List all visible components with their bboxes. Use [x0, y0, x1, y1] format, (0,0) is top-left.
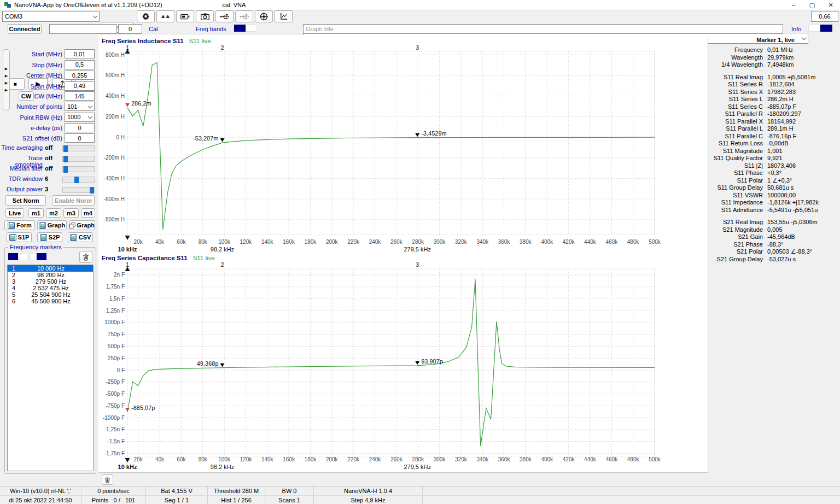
number-of-points-select[interactable]: 101: [65, 102, 95, 111]
delete-markers-button[interactable]: [79, 251, 92, 263]
slider-handle[interactable]: [63, 156, 68, 162]
marker-color-swatch[interactable]: [30, 253, 37, 260]
trace-m2-button[interactable]: m2: [46, 208, 61, 218]
freq-bands-color-swatch-2[interactable]: [246, 25, 257, 32]
marker-value-label: 93,907p: [421, 358, 443, 365]
target-button[interactable]: [255, 10, 273, 22]
trace-m4-button[interactable]: m4: [81, 208, 95, 218]
gear-button[interactable]: [137, 10, 155, 22]
save-icon: [8, 222, 15, 229]
usb-disabled-button[interactable]: [235, 10, 253, 22]
span-mhz-field[interactable]: 0,49: [65, 81, 95, 91]
marker-readout-row: 1/4 Wavelength7,4948km: [711, 61, 840, 69]
minimize-button[interactable]: –: [784, 0, 803, 10]
charts-svg[interactable]: Freq Series Inductance S11S11 live20k40k…: [98, 35, 708, 472]
points-count-field[interactable]: 0: [118, 24, 142, 34]
stop-mhz-label: Stop (MHz): [2, 62, 62, 68]
trace-marker-icon[interactable]: [220, 138, 225, 142]
trace-marker-icon[interactable]: [415, 133, 419, 137]
window-title: NanoVNA-App by OneOfEleven et al v1.1.20…: [14, 2, 162, 8]
marker-readout-row: S11 Series R-1812,604: [711, 81, 840, 89]
trace-marker-icon[interactable]: [125, 103, 130, 107]
save-graph-button[interactable]: Graph: [37, 220, 67, 230]
cw-mhz-field[interactable]: 145: [65, 91, 95, 101]
frequency-marker-item[interactable]: 110 000 Hz: [8, 265, 93, 272]
frequency-marker-item[interactable]: 3279 500 Hz: [8, 278, 93, 285]
slider-handle[interactable]: [90, 187, 94, 194]
span-mhz-label: Span (MHz): [2, 83, 62, 90]
frequency-entry-field[interactable]: [49, 24, 117, 34]
frequency-marker-list[interactable]: 110 000 Hz298 200 Hz3279 500 Hz42 532 47…: [7, 265, 94, 471]
tdr-window-slider[interactable]: [62, 177, 95, 183]
frequency-marker-item[interactable]: 645 500 900 Hz: [8, 298, 93, 304]
center-mhz-field[interactable]: 0,255: [65, 71, 95, 80]
save-s1p-button[interactable]: S1P: [7, 232, 32, 242]
top-marker-number[interactable]: 2: [220, 261, 224, 268]
top-marker-number[interactable]: 3: [416, 44, 419, 51]
info-color-swatch-2[interactable]: [820, 25, 832, 32]
charts-canvas[interactable]: Freq Series Inductance S11S11 live20k40k…: [98, 35, 708, 473]
double-up-button[interactable]: [156, 10, 174, 22]
clear-sweep-button[interactable]: [102, 474, 113, 485]
start-mhz-field[interactable]: 0,01: [65, 49, 95, 58]
save-icon: [9, 234, 16, 241]
e-delay-ps-field[interactable]: 0: [65, 123, 95, 132]
top-marker-number[interactable]: 2: [220, 44, 224, 51]
marker-color-swatch[interactable]: [18, 253, 28, 260]
marker-number: 5: [8, 291, 24, 298]
sweep-marker-bottom-icon[interactable]: [125, 236, 130, 240]
close-button[interactable]: ✕: [821, 0, 840, 10]
x-tick-label: 420k: [563, 456, 575, 462]
trace-marker-icon[interactable]: [125, 408, 130, 412]
trace-smoothing-slider[interactable]: [62, 156, 95, 162]
save-form-button[interactable]: Form: [4, 220, 35, 230]
panel-expander-strip[interactable]: ▶ ▶ ▶ ▶: [3, 49, 10, 110]
com-port-select[interactable]: COM3: [2, 11, 100, 22]
graph-title-input[interactable]: [303, 24, 783, 34]
trace-m3-button[interactable]: m3: [63, 208, 79, 218]
slider-handle[interactable]: [63, 166, 68, 173]
copy-graph-button[interactable]: Graph: [69, 220, 95, 230]
marker-readout-row: S11 Return Loss-0,00dB: [711, 140, 840, 148]
trace-live-button[interactable]: Live: [5, 208, 24, 218]
median-filter-slider[interactable]: [62, 166, 95, 172]
output-power-slider[interactable]: [62, 187, 95, 193]
slider-handle[interactable]: [74, 177, 79, 183]
marker-color-swatch[interactable]: [37, 253, 46, 260]
trace-marker-icon[interactable]: [415, 361, 419, 365]
frequency-marker-item[interactable]: 525 504 900 Hz: [8, 291, 93, 298]
battery-button[interactable]: [176, 10, 194, 22]
freq-series-inductance-s11-chart[interactable]: Freq Series Inductance S11S11 live20k40k…: [102, 38, 661, 253]
x-tick-label: 340k: [476, 456, 489, 462]
s21-offset-db-field[interactable]: 0: [65, 133, 95, 143]
maximize-button[interactable]: ▢: [803, 0, 821, 10]
save-csv-button[interactable]: CSV: [68, 232, 93, 242]
trace-marker-icon[interactable]: [220, 364, 225, 367]
camera-button[interactable]: [196, 10, 214, 22]
point-rbw-hz-select[interactable]: 1000: [65, 113, 95, 122]
time-averaging-slider[interactable]: [62, 145, 95, 151]
freq-bands-color-swatch[interactable]: [234, 25, 246, 32]
x-tick-label: 240k: [369, 239, 382, 245]
freq-series-capacitance-s11-chart[interactable]: Freq Series Capacitance S11S11 live20k40…: [102, 255, 661, 470]
slider-handle[interactable]: [63, 145, 68, 152]
sweep-marker-bottom-icon[interactable]: [125, 458, 130, 462]
scale-value-field[interactable]: 0,66: [811, 11, 838, 22]
frequency-marker-item[interactable]: 298 200 Hz: [8, 272, 93, 278]
readout-value: -1812,604: [763, 81, 795, 89]
y-tick-label: 600m H: [106, 72, 125, 78]
graph-axes-button[interactable]: [275, 10, 293, 22]
trace-m1-button[interactable]: m1: [28, 208, 44, 218]
enable-norm-button[interactable]: Enable Norm: [52, 195, 95, 206]
set-norm-button[interactable]: Set Norm: [5, 195, 46, 206]
y-tick-label: -200m H: [104, 155, 125, 161]
info-color-swatch[interactable]: [808, 25, 820, 32]
stop-mhz-field[interactable]: 0,5: [65, 60, 95, 69]
connected-button[interactable]: Connected: [8, 24, 42, 34]
top-marker-number[interactable]: 3: [416, 261, 419, 268]
output-power-label: Output power: [0, 186, 43, 192]
usb-button[interactable]: [215, 10, 234, 22]
save-s2p-button[interactable]: S2P: [37, 232, 62, 242]
marker-color-swatch[interactable]: [8, 253, 18, 260]
frequency-marker-item[interactable]: 42 532 475 Hz: [8, 285, 93, 291]
